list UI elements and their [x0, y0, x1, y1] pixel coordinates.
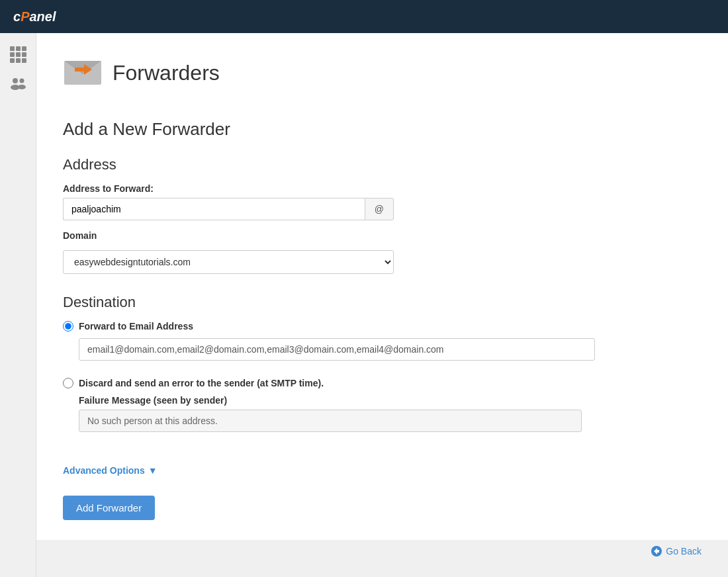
at-button[interactable]: @	[365, 198, 394, 220]
page-title: Forwarders	[113, 61, 220, 85]
svg-point-3	[18, 85, 26, 89]
forward-email-label: Forward to Email Address	[79, 321, 193, 332]
svg-point-2	[20, 79, 24, 83]
svg-point-0	[13, 78, 18, 83]
address-input[interactable]	[63, 198, 365, 220]
go-back-section: Go Back	[651, 545, 702, 557]
advanced-options-label: Advanced Options	[63, 465, 145, 476]
discard-label: Discard and send an error to the sender …	[79, 378, 324, 388]
add-forwarder-container: Add Forwarder	[63, 489, 702, 520]
page-header: Forwarders	[63, 53, 702, 99]
section-title: Add a New Forwarder	[63, 119, 702, 140]
main-content: Forwarders Add a New Forwarder Address A…	[36, 33, 728, 540]
domain-label: Domain	[63, 230, 702, 241]
advanced-options-container: Advanced Options ▼	[63, 452, 702, 489]
go-back-link[interactable]: Go Back	[651, 545, 702, 557]
sidebar	[0, 33, 36, 577]
advanced-options-arrow: ▼	[148, 465, 158, 476]
destination-section-title: Destination	[63, 294, 702, 311]
address-section-title: Address	[63, 156, 702, 173]
topbar: cPanel	[0, 0, 728, 33]
cpanel-logo: cPanel	[13, 9, 56, 24]
failure-message-input[interactable]	[79, 410, 582, 432]
advanced-options-link[interactable]: Advanced Options ▼	[63, 465, 158, 476]
email-forward-input[interactable]	[79, 338, 595, 361]
add-forwarder-button[interactable]: Add Forwarder	[63, 496, 155, 520]
destination-section: Destination Forward to Email Address Dis…	[63, 294, 702, 432]
grid-icon[interactable]	[10, 46, 26, 63]
go-back-icon	[651, 545, 662, 557]
address-input-group: @	[63, 198, 394, 220]
forwarder-icon	[63, 53, 103, 93]
address-label: Address to Forward:	[63, 183, 702, 194]
domain-select[interactable]: easywebdesigntutorials.com	[63, 250, 394, 274]
people-icon[interactable]	[9, 76, 27, 95]
discard-radio[interactable]	[63, 378, 73, 388]
forward-email-radio[interactable]	[63, 321, 73, 332]
forward-email-option: Forward to Email Address	[63, 321, 702, 332]
address-section: Address Address to Forward: @ Domain eas…	[63, 156, 702, 274]
go-back-label: Go Back	[666, 546, 702, 556]
failure-message-label: Failure Message (seen by sender)	[79, 395, 702, 406]
discard-option: Discard and send an error to the sender …	[63, 378, 702, 388]
